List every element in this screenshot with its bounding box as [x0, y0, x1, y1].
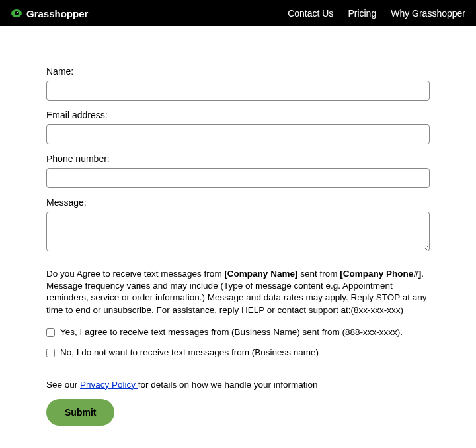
- svg-point-2: [17, 12, 18, 13]
- phone-input[interactable]: [46, 168, 430, 188]
- name-input[interactable]: [46, 81, 430, 101]
- phone-group: Phone number:: [46, 154, 430, 188]
- nav-why-grasshopper[interactable]: Why Grasshopper: [391, 8, 465, 19]
- consent-yes-checkbox[interactable]: [46, 328, 55, 337]
- consent-company-name: [Company Name]: [224, 269, 298, 279]
- email-label: Email address:: [46, 110, 430, 120]
- grasshopper-icon: [11, 9, 22, 18]
- message-group: Message:: [46, 197, 430, 253]
- consent-company-phone: [Company Phone#]: [340, 269, 421, 279]
- privacy-suffix: for details on how we handle your inform…: [138, 380, 318, 390]
- svg-point-1: [15, 11, 19, 15]
- privacy-policy-link[interactable]: Privacy Policy: [80, 380, 138, 390]
- name-group: Name:: [46, 66, 430, 101]
- email-group: Email address:: [46, 110, 430, 144]
- consent-yes-label: Yes, I agree to receive text messages fr…: [60, 327, 403, 337]
- nav-contact-us[interactable]: Contact Us: [288, 8, 333, 19]
- contact-form-area: Name: Email address: Phone number: Messa…: [0, 26, 476, 448]
- message-textarea[interactable]: [46, 212, 430, 251]
- nav-pricing[interactable]: Pricing: [348, 8, 376, 19]
- nav-links: Contact Us Pricing Why Grasshopper: [288, 8, 465, 19]
- phone-label: Phone number:: [46, 154, 430, 164]
- consent-mid1: sent from: [298, 269, 340, 279]
- consent-prefix: Do you Agree to receive text messages fr…: [46, 269, 224, 279]
- email-input[interactable]: [46, 124, 430, 144]
- consent-no-row[interactable]: No, I do not want to receive text messag…: [46, 347, 430, 357]
- submit-button[interactable]: Submit: [46, 399, 114, 426]
- brand-logo[interactable]: Grasshopper: [11, 8, 88, 19]
- consent-no-label: No, I do not want to receive text messag…: [60, 347, 319, 357]
- top-nav: Grasshopper Contact Us Pricing Why Grass…: [0, 0, 476, 26]
- brand-name: Grasshopper: [26, 8, 88, 19]
- privacy-prefix: See our: [46, 380, 80, 390]
- consent-yes-row[interactable]: Yes, I agree to receive text messages fr…: [46, 327, 430, 337]
- message-label: Message:: [46, 197, 430, 208]
- privacy-line: See our Privacy Policy for details on ho…: [46, 380, 430, 390]
- consent-paragraph: Do you Agree to receive text messages fr…: [46, 268, 430, 316]
- name-label: Name:: [46, 66, 430, 77]
- consent-no-checkbox[interactable]: [46, 349, 55, 357]
